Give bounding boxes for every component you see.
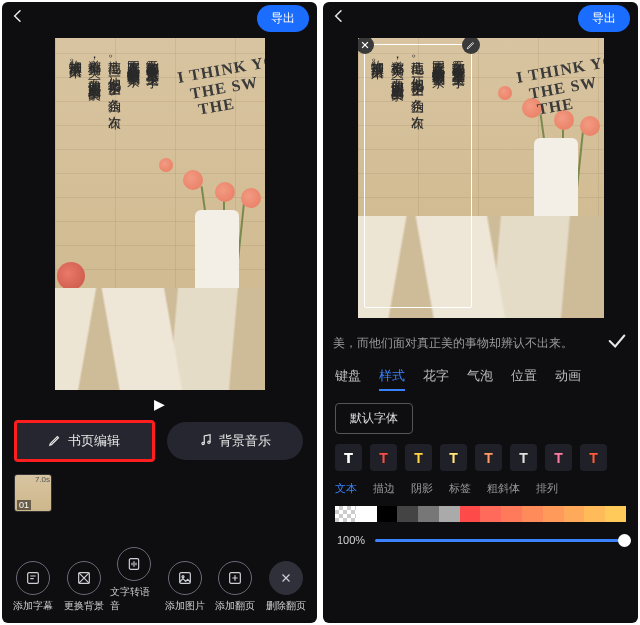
svg-point-6: [182, 576, 184, 578]
color-swatch[interactable]: [480, 506, 501, 522]
confirm-icon[interactable]: [606, 330, 628, 355]
tool-add-page[interactable]: 添加翻页: [211, 561, 259, 613]
tool-delete-page[interactable]: 删除翻页: [262, 561, 310, 613]
pencil-icon: [48, 433, 62, 450]
style-tabs: 键盘 样式 花字 气泡 位置 动画: [323, 361, 638, 393]
canvas-preview[interactable]: I THINK YO THE SW THE 无数琐碎事务都被冠上了美这个字， 因…: [358, 38, 604, 318]
svg-point-1: [208, 441, 210, 443]
color-swatch[interactable]: [522, 506, 543, 522]
svg-rect-2: [28, 573, 39, 584]
poem-text: 无数琐碎事务都被冠上了美这个字， 因此真正具有美的事物便被剥夺了崇 高地位。他们…: [65, 50, 162, 108]
text-style-preset[interactable]: T: [335, 444, 362, 471]
opacity-value: 100%: [337, 534, 365, 546]
subtab-text[interactable]: 文本: [335, 481, 357, 496]
tool-add-subtitle[interactable]: 添加字幕: [9, 561, 57, 613]
vase-graphic: [534, 138, 578, 228]
tool-label: 更换背景: [64, 599, 104, 613]
back-icon[interactable]: [331, 8, 347, 28]
tab-position[interactable]: 位置: [511, 367, 537, 391]
tab-fancy[interactable]: 花字: [423, 367, 449, 391]
tool-change-bg[interactable]: 更换背景: [60, 561, 108, 613]
export-button[interactable]: 导出: [257, 5, 309, 32]
color-swatch[interactable]: [605, 506, 626, 522]
text-style-preset[interactable]: T: [510, 444, 537, 471]
vase-graphic: [195, 210, 239, 300]
text-style-preset[interactable]: T: [545, 444, 572, 471]
text-style-preset[interactable]: T: [370, 444, 397, 471]
phone-right: 导出 I THINK YO THE SW THE 无数琐碎事务都被冠上了美这个字…: [323, 2, 638, 623]
text-style-presets: TTTTTTTT: [323, 440, 638, 479]
thumbnail-strip: 7.0s 01: [2, 470, 317, 516]
back-icon[interactable]: [10, 8, 26, 28]
play-icon[interactable]: ▶: [2, 396, 317, 412]
canvas-preview[interactable]: I THINK YO THE SW THE 无数琐碎事务都被冠上了美这个字， 因…: [55, 38, 265, 390]
close-icon[interactable]: [358, 38, 374, 54]
phone-left: 导出 I THINK YO THE SW THE 无数琐碎事务都被冠上了美这个字…: [2, 2, 317, 623]
tool-add-image[interactable]: 添加图片: [161, 561, 209, 613]
thumb-duration: 7.0s: [35, 475, 50, 484]
subtab-bold-italic[interactable]: 粗斜体: [487, 481, 520, 496]
color-swatch[interactable]: [564, 506, 585, 522]
bg-music-label: 背景音乐: [219, 432, 271, 450]
color-swatch[interactable]: [439, 506, 460, 522]
color-swatch[interactable]: [501, 506, 522, 522]
color-swatch[interactable]: [460, 506, 481, 522]
text-input-preview: 美，而他们面对真正美的事物却辨认不出来。: [323, 324, 638, 361]
edit-icon[interactable]: [462, 38, 480, 54]
thumb-number: 01: [17, 500, 31, 510]
color-swatch[interactable]: [335, 506, 356, 522]
svg-rect-5: [179, 573, 190, 584]
text-input-value[interactable]: 美，而他们面对真正美的事物却辨认不出来。: [333, 334, 596, 352]
tool-tts[interactable]: 文字转语音: [110, 547, 158, 613]
color-swatch[interactable]: [397, 506, 418, 522]
topbar: 导出: [323, 2, 638, 34]
text-selection-box[interactable]: [364, 44, 472, 308]
tool-label: 添加图片: [165, 599, 205, 613]
font-default-chip[interactable]: 默认字体: [335, 403, 413, 434]
export-button[interactable]: 导出: [578, 5, 630, 32]
bg-music-button[interactable]: 背景音乐: [167, 422, 304, 460]
tool-label: 删除翻页: [266, 599, 306, 613]
tool-label: 文字转语音: [110, 585, 158, 613]
page-edit-button[interactable]: 书页编辑: [16, 422, 153, 460]
text-style-preset[interactable]: T: [580, 444, 607, 471]
opacity-slider[interactable]: [375, 539, 624, 542]
bottom-toolbar: 添加字幕 更换背景 文字转语音 添加图片 添加翻页 删除翻页: [2, 541, 317, 623]
tab-bubble[interactable]: 气泡: [467, 367, 493, 391]
svg-point-0: [202, 442, 204, 444]
text-style-preset[interactable]: T: [440, 444, 467, 471]
text-style-preset[interactable]: T: [475, 444, 502, 471]
text-style-preset[interactable]: T: [405, 444, 432, 471]
color-swatch[interactable]: [543, 506, 564, 522]
subtab-label[interactable]: 标签: [449, 481, 471, 496]
subtab-stroke[interactable]: 描边: [373, 481, 395, 496]
text-sub-tabs: 文本 描边 阴影 标签 粗斜体 排列: [323, 479, 638, 502]
page-edit-label: 书页编辑: [68, 432, 120, 450]
color-swatch[interactable]: [377, 506, 398, 522]
topbar: 导出: [2, 2, 317, 34]
tab-keyboard[interactable]: 键盘: [335, 367, 361, 391]
color-swatch[interactable]: [418, 506, 439, 522]
color-swatch[interactable]: [584, 506, 605, 522]
subtab-arrange[interactable]: 排列: [536, 481, 558, 496]
tool-label: 添加字幕: [13, 599, 53, 613]
color-palette: [323, 502, 638, 524]
tab-style[interactable]: 样式: [379, 367, 405, 391]
music-icon: [199, 433, 213, 450]
tool-label: 添加翻页: [215, 599, 255, 613]
tab-anim[interactable]: 动画: [555, 367, 581, 391]
color-swatch[interactable]: [356, 506, 377, 522]
page-thumbnail[interactable]: 7.0s 01: [14, 474, 52, 512]
subtab-shadow[interactable]: 阴影: [411, 481, 433, 496]
